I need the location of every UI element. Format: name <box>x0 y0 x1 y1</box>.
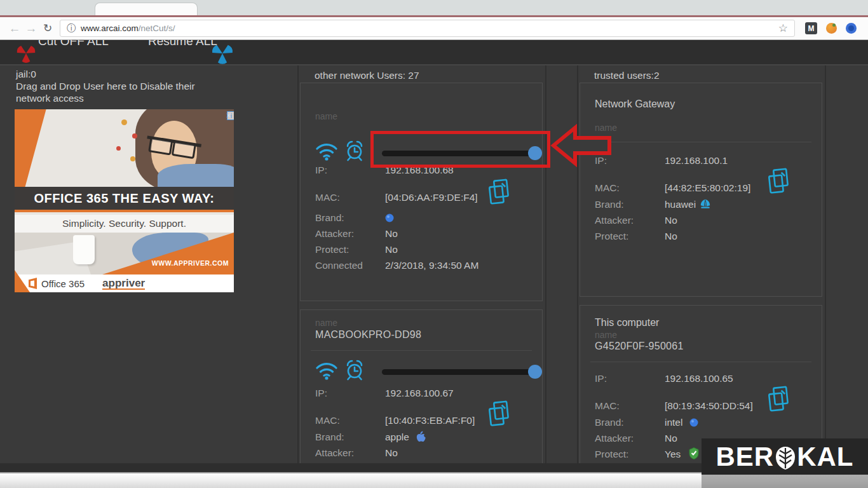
jail-drop-zone[interactable]: jail:0 Drag and Drop User here to Disabl… <box>16 68 229 104</box>
ip-value: 192.168.100.65 <box>665 373 733 384</box>
ad-photo <box>15 109 234 188</box>
highlight-box <box>370 131 550 168</box>
drag-hint: Drag and Drop User here to Disable their… <box>16 80 229 104</box>
wifi-icon[interactable] <box>315 361 338 380</box>
protect-label: Protect: <box>595 449 628 460</box>
attacker-value: No <box>665 215 677 226</box>
back-icon[interactable]: ← <box>6 22 23 34</box>
appriver-logo: appriver <box>102 278 145 290</box>
url-host: www.arcai.com <box>81 24 139 33</box>
name-label: name <box>595 330 617 340</box>
berokal-leaf-icon <box>775 445 796 471</box>
user-card: name MACBOOKPRO-DD98 IP:192.168.100.67 M… <box>300 309 543 488</box>
mac-value: [80:19:34:50:DD:54] <box>665 400 753 412</box>
page-info-icon[interactable]: ⓘ <box>67 23 76 34</box>
apple-brand-icon <box>416 431 426 442</box>
trusted-users-panel: trusted users:2 Network Gateway name IP:… <box>577 65 826 488</box>
mac-value: [10:40:F3:EB:AF:F0] <box>385 415 475 426</box>
attacker-value: No <box>385 228 398 240</box>
forward-icon[interactable]: → <box>23 22 39 34</box>
ad-website: WWW.APPRIVER.COM <box>152 259 229 267</box>
annotation-arrow-icon <box>550 123 613 168</box>
name-label: name <box>315 111 337 121</box>
brand-label: Brand: <box>315 212 344 224</box>
attacker-value: No <box>665 433 677 444</box>
office365-logo: Office 365 <box>27 278 85 289</box>
brand-value: huawei <box>665 199 696 210</box>
extension-area: M <box>800 22 862 34</box>
generic-brand-icon <box>385 214 394 222</box>
card-title: Network Gateway <box>595 98 675 110</box>
office365-glyph-icon <box>27 278 37 289</box>
intel-brand-icon <box>689 418 698 427</box>
browser-tab-strip <box>0 0 868 17</box>
attacker-value: No <box>385 447 398 459</box>
jail-count: jail:0 <box>16 68 229 80</box>
mac-label: MAC: <box>315 415 340 426</box>
netcut-header: Cut OFF ALL Resume ALL <box>0 40 868 65</box>
ad-logo-strip: Office 365 appriver <box>15 274 234 292</box>
connected-value: 2/3/2018, 9:34:50 AM <box>385 260 478 271</box>
gateway-card: Network Gateway name IP:192.168.100.1 MA… <box>580 83 822 297</box>
copy-mac-icon[interactable] <box>487 400 512 427</box>
ip-value: 192.168.100.1 <box>665 155 728 166</box>
protected-shield-icon <box>688 447 700 460</box>
protect-label: Protect: <box>595 231 628 242</box>
reload-icon[interactable]: ↻ <box>39 23 56 34</box>
url-path: /netCut/s/ <box>139 24 175 33</box>
address-bar[interactable]: ⓘ www.arcai.com /netCut/s/ ☆ <box>60 20 795 37</box>
mac-label: MAC: <box>595 400 620 412</box>
resume-all-button[interactable]: Resume ALL <box>148 40 217 48</box>
alarm-clock-icon[interactable] <box>344 139 365 162</box>
brand-label: Brand: <box>595 199 624 210</box>
ip-label: IP: <box>315 165 327 176</box>
mac-label: MAC: <box>315 192 340 203</box>
brand-value: intel <box>665 417 682 428</box>
attacker-label: Attacker: <box>595 215 634 226</box>
protect-value: No <box>385 244 398 255</box>
resume-fan-icon <box>210 40 234 65</box>
berokal-watermark: BER KAL <box>702 438 868 488</box>
name-label: name <box>315 318 337 328</box>
protect-value: No <box>665 231 677 242</box>
copy-mac-icon[interactable] <box>766 168 792 194</box>
ip-value: 192.168.100.67 <box>385 388 454 399</box>
adchoices-info-icon[interactable]: i <box>227 111 234 120</box>
watermark-text-left: BER <box>715 444 774 470</box>
m-extension-icon[interactable]: M <box>805 22 817 34</box>
other-users-title: other network Users: 27 <box>315 70 419 81</box>
cutoff-fan-icon <box>15 41 37 64</box>
ad-headline: OFFICE 365 THE EASY WAY: <box>15 187 234 212</box>
orange-extension-icon[interactable] <box>826 23 837 34</box>
connected-label: Connected <box>315 260 363 271</box>
ad-tagline: Simplicity. Security. Support. <box>15 215 234 233</box>
brand-label: Brand: <box>315 431 344 443</box>
bandwidth-slider[interactable] <box>382 369 539 375</box>
attacker-label: Attacker: <box>315 228 354 240</box>
copy-mac-icon[interactable] <box>766 386 792 412</box>
browser-toolbar: ← → ↻ ⓘ www.arcai.com /netCut/s/ ☆ M <box>0 17 868 40</box>
ip-label: IP: <box>595 373 607 384</box>
attacker-label: Attacker: <box>315 447 354 459</box>
mac-value: [04:D6:AA:F9:DE:F4] <box>385 192 478 203</box>
protect-label: Protect: <box>315 244 349 255</box>
blue-extension-icon[interactable] <box>846 23 857 34</box>
mac-label: MAC: <box>595 182 620 194</box>
attacker-label: Attacker: <box>595 433 634 444</box>
adchoices-controls: i ✕ <box>226 111 232 120</box>
ad-banner[interactable]: OFFICE 365 THE EASY WAY: Simplicity. Sec… <box>15 109 234 292</box>
copy-mac-icon[interactable] <box>487 179 512 205</box>
hostname: G4520F0F-950061 <box>595 341 684 352</box>
brand-label: Brand: <box>595 417 624 428</box>
slider-thumb[interactable] <box>528 365 542 379</box>
user-card: name IP:192.168.100.68 MAC:[04:D6:AA:F9:… <box>300 83 543 301</box>
alarm-clock-icon[interactable] <box>344 358 365 381</box>
bookmark-star-icon[interactable]: ☆ <box>778 22 788 35</box>
watermark-text-right: KAL <box>797 444 853 470</box>
hostname: MACBOOKPRO-DD98 <box>315 329 421 341</box>
wifi-icon[interactable] <box>315 142 338 161</box>
other-users-panel: other network Users: 27 name IP:192.168.… <box>297 65 546 488</box>
cut-off-all-button[interactable]: Cut OFF ALL <box>38 40 109 48</box>
protect-value: Yes <box>665 449 681 460</box>
huawei-brand-icon <box>700 199 711 210</box>
